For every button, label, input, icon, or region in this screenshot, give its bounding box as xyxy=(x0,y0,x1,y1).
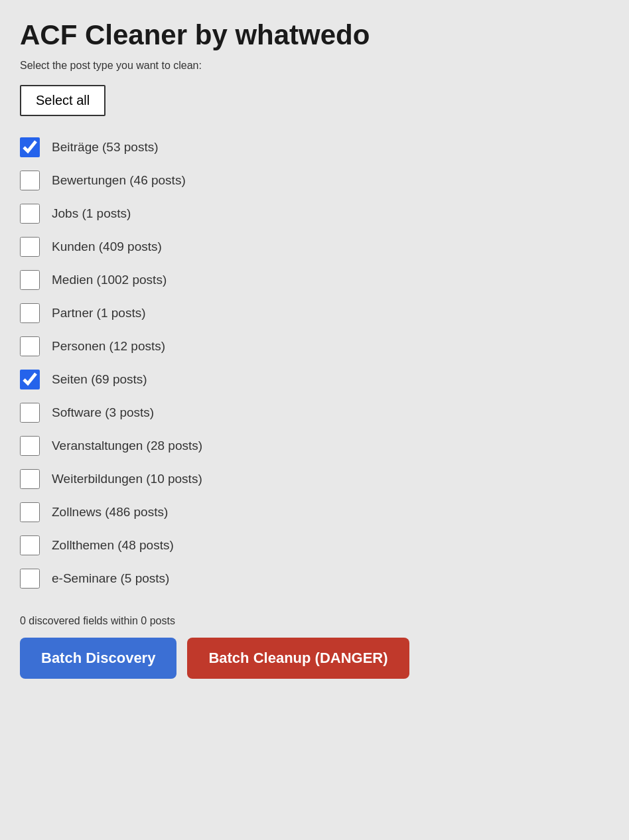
list-item: Bewertungen (46 posts) xyxy=(20,164,609,197)
select-all-button[interactable]: Select all xyxy=(20,85,105,116)
checkbox-medien[interactable] xyxy=(20,270,40,290)
label-weiterbildungen[interactable]: Weiterbildungen (10 posts) xyxy=(52,472,202,486)
batch-discovery-button[interactable]: Batch Discovery xyxy=(20,638,176,679)
list-item: Veranstaltungen (28 posts) xyxy=(20,429,609,462)
page-title: ACF Cleaner by whatwedo xyxy=(20,20,609,50)
list-item: Partner (1 posts) xyxy=(20,297,609,330)
label-kunden[interactable]: Kunden (409 posts) xyxy=(52,240,162,254)
list-item: e-Seminare (5 posts) xyxy=(20,562,609,595)
checkbox-beitraege[interactable] xyxy=(20,137,40,157)
checkbox-jobs[interactable] xyxy=(20,204,40,224)
list-item: Beiträge (53 posts) xyxy=(20,131,609,164)
list-item: Weiterbildungen (10 posts) xyxy=(20,462,609,496)
checkbox-veranstaltungen[interactable] xyxy=(20,436,40,456)
list-item: Medien (1002 posts) xyxy=(20,263,609,297)
label-e-seminare[interactable]: e-Seminare (5 posts) xyxy=(52,571,169,586)
checkbox-seiten[interactable] xyxy=(20,370,40,389)
checkbox-zollthemen[interactable] xyxy=(20,535,40,555)
checkbox-e-seminare[interactable] xyxy=(20,569,40,589)
list-item: Zollnews (486 posts) xyxy=(20,496,609,529)
label-bewertungen[interactable]: Bewertungen (46 posts) xyxy=(52,173,186,188)
list-item: Zollthemen (48 posts) xyxy=(20,529,609,562)
list-item: Seiten (69 posts) xyxy=(20,363,609,396)
checkbox-zollnews[interactable] xyxy=(20,502,40,522)
label-beitraege[interactable]: Beiträge (53 posts) xyxy=(52,140,159,155)
list-item: Kunden (409 posts) xyxy=(20,230,609,263)
label-seiten[interactable]: Seiten (69 posts) xyxy=(52,372,147,387)
label-medien[interactable]: Medien (1002 posts) xyxy=(52,273,167,287)
label-veranstaltungen[interactable]: Veranstaltungen (28 posts) xyxy=(52,439,202,453)
action-buttons: Batch Discovery Batch Cleanup (DANGER) xyxy=(20,638,609,679)
label-zollthemen[interactable]: Zollthemen (48 posts) xyxy=(52,538,174,553)
checkbox-software[interactable] xyxy=(20,403,40,423)
checkbox-personen[interactable] xyxy=(20,336,40,356)
label-jobs[interactable]: Jobs (1 posts) xyxy=(52,206,131,221)
batch-cleanup-button[interactable]: Batch Cleanup (DANGER) xyxy=(187,638,409,679)
checkbox-weiterbildungen[interactable] xyxy=(20,469,40,489)
list-item: Software (3 posts) xyxy=(20,396,609,429)
list-item: Jobs (1 posts) xyxy=(20,197,609,230)
label-zollnews[interactable]: Zollnews (486 posts) xyxy=(52,505,168,520)
subtitle: Select the post type you want to clean: xyxy=(20,60,609,72)
checkbox-bewertungen[interactable] xyxy=(20,171,40,190)
post-type-list: Beiträge (53 posts)Bewertungen (46 posts… xyxy=(20,131,609,595)
discovered-fields-text: 0 discovered fields within 0 posts xyxy=(20,615,609,627)
label-software[interactable]: Software (3 posts) xyxy=(52,405,154,420)
label-partner[interactable]: Partner (1 posts) xyxy=(52,306,146,320)
checkbox-partner[interactable] xyxy=(20,303,40,323)
checkbox-kunden[interactable] xyxy=(20,237,40,257)
list-item: Personen (12 posts) xyxy=(20,330,609,363)
label-personen[interactable]: Personen (12 posts) xyxy=(52,339,165,354)
